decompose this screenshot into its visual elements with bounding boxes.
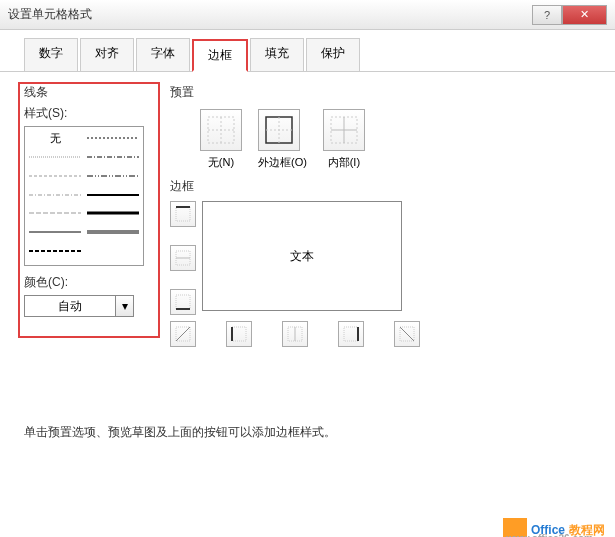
- help-button[interactable]: ?: [532, 5, 562, 25]
- color-dropdown[interactable]: 自动 ▾: [24, 295, 134, 317]
- watermark-url: www.office26.com: [506, 533, 593, 537]
- border-right-button[interactable]: [338, 321, 364, 347]
- line-style-3[interactable]: [87, 150, 139, 164]
- line-style-6[interactable]: [29, 188, 81, 202]
- window-title: 设置单元格格式: [8, 6, 532, 23]
- line-style-7[interactable]: [87, 188, 139, 202]
- line-style-4[interactable]: [29, 169, 81, 183]
- close-button[interactable]: ✕: [562, 5, 607, 25]
- line-style-9[interactable]: [87, 206, 139, 220]
- line-style-5[interactable]: [87, 169, 139, 183]
- tab-number[interactable]: 数字: [24, 38, 78, 71]
- line-style-none[interactable]: 无: [29, 131, 81, 148]
- line-style-11[interactable]: [87, 225, 139, 239]
- titlebar: 设置单元格格式 ? ✕: [0, 0, 615, 30]
- color-value: 自动: [25, 298, 115, 315]
- tab-alignment[interactable]: 对齐: [80, 38, 134, 71]
- tab-protection[interactable]: 保护: [306, 38, 360, 71]
- svg-rect-22: [176, 207, 190, 221]
- line-style-10[interactable]: [29, 225, 81, 239]
- content-area: 线条 样式(S): 无 颜色(C): 自动 ▾ 预置: [0, 72, 615, 537]
- tab-font[interactable]: 字体: [136, 38, 190, 71]
- preset-none-label: 无(N): [200, 155, 242, 170]
- border-section: 边框 文本: [170, 178, 550, 347]
- border-hmiddle-button[interactable]: [170, 245, 196, 271]
- preset-none-button[interactable]: [200, 109, 242, 151]
- svg-rect-26: [176, 295, 190, 309]
- tab-border[interactable]: 边框: [192, 39, 248, 72]
- style-label: 样式(S):: [24, 105, 154, 122]
- preset-inside: 内部(I): [323, 109, 365, 170]
- watermark: Office教程网 www.office26.com: [503, 518, 605, 537]
- line-section: 线条 样式(S): 无 颜色(C): 自动 ▾: [24, 84, 154, 317]
- color-label: 颜色(C):: [24, 274, 154, 291]
- preset-inside-button[interactable]: [323, 109, 365, 151]
- preset-outline-label: 外边框(O): [258, 155, 307, 170]
- line-style-12[interactable]: [29, 244, 81, 258]
- preset-none: 无(N): [200, 109, 242, 170]
- svg-line-37: [400, 327, 414, 341]
- border-left-button[interactable]: [226, 321, 252, 347]
- line-style-8[interactable]: [29, 206, 81, 220]
- svg-rect-34: [344, 327, 358, 341]
- line-style-2[interactable]: [29, 150, 81, 164]
- preset-inside-label: 内部(I): [323, 155, 365, 170]
- line-style-list[interactable]: 无: [24, 126, 144, 266]
- border-diag-up-button[interactable]: [170, 321, 196, 347]
- preset-section-label: 预置: [170, 84, 550, 101]
- dropdown-arrow-icon: ▾: [115, 296, 133, 316]
- preset-border-section: 预置 无(N) 外边框(O) 内部(I): [170, 84, 550, 347]
- tab-fill[interactable]: 填充: [250, 38, 304, 71]
- border-diag-down-button[interactable]: [394, 321, 420, 347]
- border-top-button[interactable]: [170, 201, 196, 227]
- svg-rect-30: [232, 327, 246, 341]
- line-section-label: 线条: [24, 84, 154, 101]
- preset-outline-button[interactable]: [258, 109, 300, 151]
- border-left-buttons: [170, 201, 196, 315]
- preview-text: 文本: [290, 248, 314, 265]
- border-section-label: 边框: [170, 178, 550, 195]
- border-bottom-buttons: [170, 321, 550, 347]
- svg-line-29: [176, 327, 190, 341]
- preset-row: 无(N) 外边框(O) 内部(I): [200, 109, 550, 170]
- border-preview[interactable]: 文本: [202, 201, 402, 311]
- border-bottom-button[interactable]: [170, 289, 196, 315]
- preset-outline: 外边框(O): [258, 109, 307, 170]
- tab-strip: 数字 对齐 字体 边框 填充 保护: [0, 30, 615, 72]
- help-text: 单击预置选项、预览草图及上面的按钮可以添加边框样式。: [24, 424, 336, 441]
- border-vmiddle-button[interactable]: [282, 321, 308, 347]
- titlebar-buttons: ? ✕: [532, 5, 607, 25]
- line-style-1[interactable]: [87, 131, 139, 145]
